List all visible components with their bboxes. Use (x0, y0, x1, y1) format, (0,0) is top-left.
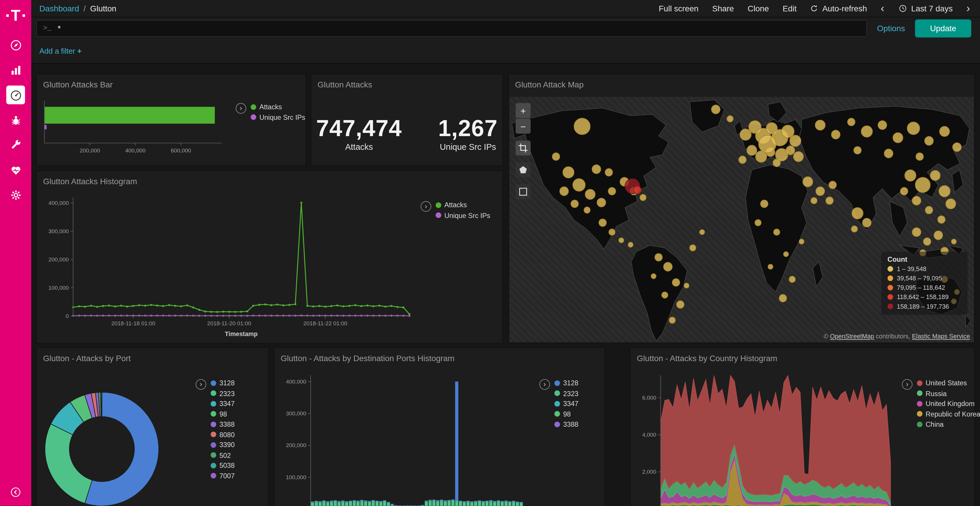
legend-label: 3390 (220, 441, 234, 449)
svg-text:200,000: 200,000 (48, 257, 69, 263)
legend-label: 39,548 – 79,095 (897, 275, 942, 282)
legend-dot-icon (251, 104, 256, 109)
legend-item[interactable]: Unique Src IPs (251, 113, 305, 121)
legend-dot-icon (554, 401, 560, 406)
menu-item-share[interactable]: Share (712, 4, 734, 13)
logo-dot-left (6, 14, 9, 17)
country-histogram-chart[interactable]: 02,0004,0006,0002018-11-18 01:002018-11-… (635, 370, 897, 506)
legend-item[interactable]: 3347 (211, 400, 234, 407)
legend-dot-icon (251, 114, 256, 120)
heartbeat-icon (9, 163, 22, 176)
menu-item-full-screen[interactable]: Full screen (659, 4, 698, 13)
query-input[interactable]: >_ * (36, 20, 867, 37)
bar-chart-icon (9, 63, 22, 77)
legend-toggle-icon[interactable]: › (421, 201, 431, 212)
legend-item[interactable]: Attacks (436, 201, 490, 209)
legend-item[interactable]: 3347 (554, 400, 578, 407)
map-legend-item: 79,095 – 118,642 (888, 284, 961, 291)
plus-icon: + (77, 47, 82, 56)
legend-toggle-icon[interactable]: › (902, 379, 912, 390)
map-controls: + − (515, 103, 531, 199)
map-attribution: © OpenStreetMap contributors, Elastic Ma… (824, 333, 970, 340)
time-forward-button[interactable]: › (965, 3, 971, 14)
legend-label: Attacks (444, 201, 467, 209)
panel-title[interactable]: Glutton Attacks Histogram (43, 177, 496, 186)
legend-item[interactable]: Republic of Korea (917, 410, 980, 418)
timepicker-button[interactable]: Last 7 days (898, 4, 953, 13)
sidebar-item-visualize[interactable] (6, 60, 25, 79)
sidebar-collapse[interactable] (0, 486, 31, 498)
breadcrumb-current: Glutton (90, 4, 116, 13)
osm-link[interactable]: OpenStreetMap (830, 333, 874, 340)
legend-toggle-icon[interactable]: › (539, 379, 550, 390)
update-button[interactable]: Update (915, 19, 971, 37)
sidebar-item-discover[interactable] (6, 36, 25, 54)
polygon-tool-button[interactable] (515, 162, 531, 177)
legend-item[interactable]: Attacks (251, 103, 305, 111)
legend-item[interactable]: 2323 (211, 389, 234, 397)
legend-item[interactable]: United States (917, 379, 980, 387)
panel-title[interactable]: Glutton - Attacks by Country Histogram (637, 354, 968, 363)
legend-item[interactable]: 5038 (211, 462, 234, 469)
menu-item-edit[interactable]: Edit (783, 4, 797, 13)
map-legend-item: 158,189 – 197,736 (888, 303, 961, 310)
attacks-histogram-chart[interactable]: 0100,000200,000300,000400,0002018-11-18 … (41, 192, 415, 341)
legend-label: Russia (926, 389, 947, 397)
legend-item[interactable]: 3128 (554, 379, 578, 387)
sidebar-item-monitoring[interactable] (6, 160, 25, 179)
panel-title[interactable]: Glutton - Attacks by Destination Ports H… (281, 354, 598, 363)
zoom-out-button[interactable]: − (515, 119, 531, 133)
sidebar-item-dashboard[interactable] (6, 86, 25, 104)
sidebar-item-management[interactable] (6, 186, 25, 204)
attacks-by-port-chart[interactable] (40, 373, 189, 506)
map-legend-item: 1 – 39,548 (888, 265, 961, 273)
rectangle-tool-button[interactable] (515, 184, 531, 199)
menu-item-clone[interactable]: Clone (748, 4, 769, 13)
refresh-icon (809, 4, 818, 13)
auto-refresh-button[interactable]: Auto-refresh (809, 4, 867, 13)
zoom-in-button[interactable]: + (515, 103, 531, 118)
legend-item[interactable]: 3390 (211, 441, 234, 449)
sidebar-item-apm[interactable] (6, 111, 25, 129)
legend-item[interactable]: United Kingdom (917, 400, 980, 407)
sidebar-item-dev-tools[interactable] (6, 136, 25, 154)
dest-ports-histogram-chart[interactable]: 0100,000200,000300,000400,0002018-11-18 … (278, 370, 533, 506)
attacks-bar-chart[interactable]: 200,000400,000600,000 (42, 97, 231, 162)
legend-toggle-icon[interactable]: › (235, 103, 246, 114)
panel-title[interactable]: Glutton Attacks (318, 80, 496, 89)
compass-icon (9, 38, 22, 52)
legend-item[interactable]: 98 (554, 410, 578, 418)
panel-title[interactable]: Glutton - Attacks by Port (43, 354, 262, 363)
legend-item[interactable]: Russia (917, 389, 980, 397)
legend-item[interactable]: 8080 (211, 431, 234, 438)
options-link[interactable]: Options (877, 23, 905, 33)
panel-title[interactable]: Glutton Attack Map (515, 80, 968, 89)
svg-text:2018-11-18 01:00: 2018-11-18 01:00 (111, 320, 156, 327)
breadcrumb-dashboard-link[interactable]: Dashboard (40, 4, 79, 13)
logo-letter: T (11, 6, 21, 24)
crop-tool-button[interactable] (515, 141, 531, 155)
legend-item[interactable]: China (917, 420, 980, 428)
attacks-histogram-legend: ›AttacksUnique Src IPs (421, 201, 490, 219)
svg-text:300,000: 300,000 (286, 411, 306, 417)
legend-item[interactable]: 3128 (211, 379, 234, 387)
legend-item[interactable]: 7007 (211, 472, 234, 479)
tmobile-logo[interactable]: T (3, 6, 28, 24)
legend-label: 98 (220, 410, 227, 418)
add-filter-link[interactable]: Add a filter + (40, 47, 82, 56)
legend-dot-icon (888, 285, 893, 290)
legend-item[interactable]: Unique Src IPs (436, 211, 490, 219)
legend-item[interactable]: 98 (211, 410, 234, 418)
time-back-button[interactable]: ‹ (880, 3, 886, 14)
legend-item[interactable]: 502 (211, 451, 234, 459)
legend-toggle-icon[interactable]: › (196, 379, 206, 390)
legend-label: 2323 (563, 389, 578, 397)
legend-item[interactable]: 3388 (211, 420, 234, 428)
ems-link[interactable]: Elastic Maps Service (912, 333, 970, 340)
panel-attacks-by-port: Glutton - Attacks by Port ›3128232333479… (36, 347, 269, 506)
legend-item[interactable]: 3388 (554, 420, 578, 428)
legend-label: 3128 (563, 379, 578, 387)
legend-item[interactable]: 2323 (554, 389, 578, 397)
panel-title[interactable]: Glutton Attacks Bar (43, 80, 299, 89)
attack-map[interactable]: + − Count 1 – 39,54839,548 – 79,09579,09… (509, 97, 974, 342)
